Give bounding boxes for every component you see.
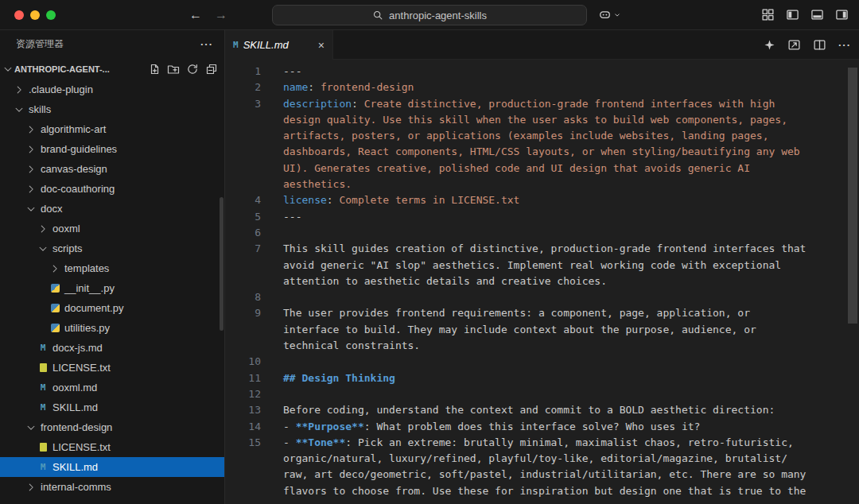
tree-item-brand-guidelines[interactable]: brand-guidelines (0, 139, 224, 159)
open-preview-icon[interactable] (787, 38, 801, 52)
tree-item-frontend-design[interactable]: frontend-design (0, 417, 224, 437)
back-icon[interactable]: ← (189, 8, 202, 22)
tree-item-document-py[interactable]: document.py (0, 298, 224, 318)
tree-item-ooxml-md[interactable]: Mooxml.md (0, 378, 224, 397)
tree-item-init-py[interactable]: __init__.py (0, 278, 224, 298)
line-number: 9 (225, 305, 261, 321)
line-number: 2 (225, 79, 261, 95)
explorer-more-actions-icon[interactable]: ··· (200, 38, 213, 50)
code-text: --- (261, 209, 301, 225)
code-line: attention to aesthetic details and creat… (225, 273, 859, 289)
code-line: 12 (225, 386, 859, 402)
copilot-icon (598, 8, 612, 21)
code-line: 2name: frontend-design (225, 79, 859, 95)
collapse-all-icon[interactable] (205, 63, 218, 76)
tree-item-license-txt[interactable]: LICENSE.txt (0, 358, 224, 378)
tree-item-label: __init__.py (64, 282, 115, 294)
copilot-menu[interactable] (598, 0, 622, 29)
workspace-name: ANTHROPIC-AGENT-... (14, 64, 148, 74)
tab-skill-md[interactable]: M SKILL.md × (225, 30, 333, 60)
code-line: aesthetics. (225, 176, 859, 192)
markdown-editor[interactable]: 1---2name: frontend-design3description: … (225, 60, 859, 504)
copilot-edit-icon[interactable] (764, 39, 775, 51)
zoom-window-button[interactable] (46, 10, 56, 20)
line-number: 15 (225, 435, 261, 451)
code-line: 8 (225, 289, 859, 305)
editor-scrollbar[interactable] (848, 68, 857, 324)
markdown-file-icon: M (37, 462, 49, 472)
code-line: UI). Generates creative, polished code a… (225, 161, 859, 176)
code-text: UI). Generates creative, polished code a… (261, 161, 750, 176)
chevron-right-icon (13, 84, 25, 95)
tree-item-label: skills (29, 103, 51, 115)
markdown-file-icon: M (233, 40, 239, 50)
layout-controls (761, 0, 849, 29)
code-line: avoid generic "AI slop" aesthetics. Impl… (225, 258, 859, 273)
panel-right-icon[interactable] (835, 8, 849, 21)
tree-item-doc-coauthoring[interactable]: doc-coauthoring (0, 179, 224, 199)
split-editor-icon[interactable] (813, 38, 826, 52)
workspace-root-row[interactable]: ANTHROPIC-AGENT-... (0, 58, 224, 79)
sidebar-scrollbar[interactable] (220, 197, 223, 331)
license-file-icon (37, 363, 49, 372)
tree-item-skill-md[interactable]: MSKILL.md (0, 397, 224, 417)
tree-item-label: SKILL.md (52, 401, 98, 413)
panel-left-icon[interactable] (786, 8, 799, 21)
tree-item-label: frontend-design (41, 421, 112, 433)
tree-item-license-txt[interactable]: LICENSE.txt (0, 437, 224, 457)
tree-item-label: SKILL.md (52, 461, 98, 473)
code-text: aesthetics. (261, 176, 352, 192)
line-number: 3 (225, 96, 261, 112)
code-text: The user provides frontend requirements:… (261, 305, 750, 321)
chevron-right-icon (25, 482, 37, 493)
tree-item-algorithmic-art[interactable]: algorithmic-art (0, 119, 224, 139)
line-number (225, 128, 261, 144)
code-line: 14- **Purpose**: What problem does this … (225, 419, 859, 435)
chevron-down-icon (25, 204, 37, 215)
tree-item-docx-js-md[interactable]: Mdocx-js.md (0, 338, 224, 358)
code-text (261, 289, 283, 305)
tree-item-utilities-py[interactable]: utilities.py (0, 318, 224, 338)
refresh-icon[interactable] (186, 63, 199, 76)
line-number (225, 144, 261, 160)
more-actions-icon[interactable]: ··· (838, 39, 851, 51)
tree-item-ooxml[interactable]: ooxml (0, 219, 224, 238)
new-file-icon[interactable] (148, 63, 161, 76)
chevron-down-icon (2, 64, 14, 75)
close-window-button[interactable] (14, 10, 24, 20)
line-number: 6 (225, 225, 261, 241)
tree-item-internal-comms[interactable]: internal-comms (0, 477, 224, 497)
tree-item-templates[interactable]: templates (0, 258, 224, 278)
tree-item-label: brand-guidelines (41, 143, 117, 155)
tree-item-label: utilities.py (64, 322, 110, 334)
line-number (225, 322, 261, 338)
command-center-value: anthropic-agent-skills (389, 10, 487, 21)
tree-item-docx[interactable]: docx (0, 199, 224, 219)
minimize-window-button[interactable] (30, 10, 40, 20)
line-number: 12 (225, 386, 261, 402)
code-text: description: Create distinctive, product… (261, 96, 775, 112)
code-area: 1---2name: frontend-design3description: … (225, 60, 859, 499)
tree-item-skills[interactable]: skills (0, 99, 224, 119)
line-number (225, 467, 261, 483)
tree-item-skill-md[interactable]: MSKILL.md (0, 457, 224, 477)
customize-layout-icon[interactable] (761, 8, 775, 21)
new-folder-icon[interactable] (167, 63, 180, 76)
code-line: 4license: Complete terms in LICENSE.txt (225, 192, 859, 208)
line-number (225, 483, 261, 499)
code-text: dashboards, React components, HTML/CSS l… (261, 144, 800, 160)
code-line: flavors to choose from. Use these for in… (225, 483, 859, 499)
command-center[interactable]: anthropic-agent-skills (272, 5, 587, 25)
chevron-right-icon (37, 223, 49, 235)
markdown-file-icon: M (37, 402, 49, 413)
line-number (225, 273, 261, 289)
tree-item-scripts[interactable]: scripts (0, 238, 224, 258)
forward-icon[interactable]: → (215, 8, 227, 22)
code-text: ## Design Thinking (261, 370, 395, 386)
tree-item-canvas-design[interactable]: canvas-design (0, 159, 224, 179)
close-tab-icon[interactable]: × (318, 40, 325, 51)
code-line: raw, art deco/geometric, soft/pastel, in… (225, 467, 859, 483)
panel-bottom-icon[interactable] (810, 8, 824, 21)
tree-item-claude-plugin[interactable]: .claude-plugin (0, 79, 224, 99)
code-line: 15- **Tone**: Pick an extreme: brutally … (225, 435, 859, 451)
